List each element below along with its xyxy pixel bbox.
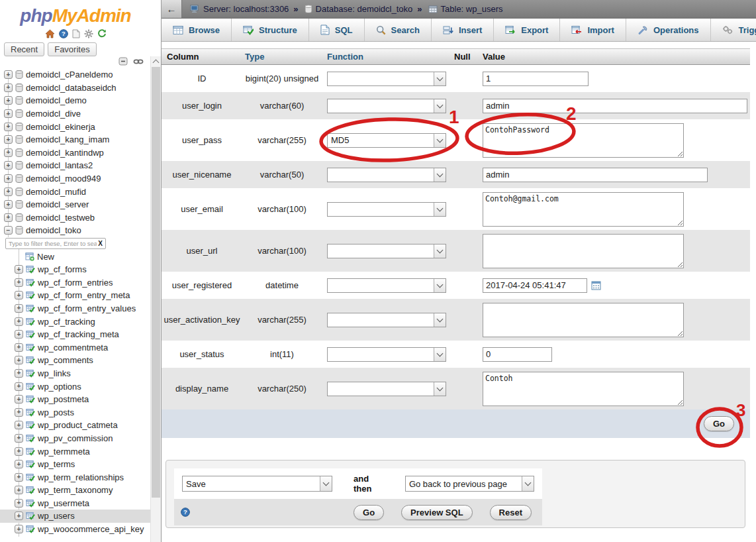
expand-icon[interactable]: + [15, 408, 23, 417]
sidebar-item-wp_pv_commission[interactable]: +wp_pv_commission [0, 432, 150, 445]
help-icon[interactable]: ? [181, 508, 190, 517]
back-button[interactable]: ← [162, 0, 182, 18]
sidebar-item-demoidcl_cPaneldemo[interactable]: +demoidcl_cPaneldemo [0, 68, 150, 81]
expand-icon[interactable]: + [4, 200, 13, 209]
sidebar-item-wp_comments[interactable]: +wp_comments [0, 354, 150, 367]
go-submit-button[interactable]: Go [354, 505, 384, 520]
go-button[interactable]: Go [704, 416, 734, 431]
value-textarea[interactable] [483, 123, 684, 158]
documentation-icon[interactable] [72, 29, 80, 38]
sidebar-item-demoidcl_kang_imam[interactable]: +demoidcl_kang_imam [0, 133, 150, 146]
collapse-all-icon[interactable] [118, 57, 128, 66]
sidebar-item-demoidcl_ekinerja[interactable]: +demoidcl_ekinerja [0, 120, 150, 133]
favorites-tab[interactable]: Favorites [48, 42, 96, 56]
scrollbar-thumb[interactable] [152, 67, 160, 498]
home-icon[interactable] [45, 29, 55, 38]
sidebar-item-demoidcl_databaseidch[interactable]: +demoidcl_databaseidch [0, 81, 150, 95]
value-input[interactable] [483, 72, 589, 86]
expand-icon[interactable]: + [15, 434, 23, 443]
sidebar-item-wp_postmeta[interactable]: +wp_postmeta [0, 393, 150, 406]
refresh-icon[interactable] [97, 29, 107, 38]
sidebar-item-demoidcl_dive[interactable]: +demoidcl_dive [0, 107, 150, 121]
expand-icon[interactable]: + [15, 382, 23, 391]
sidebar-item-demoidcl_mufid[interactable]: +demoidcl_mufid [0, 185, 150, 198]
tab-triggers[interactable]: Triggers [711, 19, 756, 41]
expand-icon[interactable]: + [4, 148, 13, 157]
expand-icon[interactable]: + [15, 460, 23, 468]
expand-icon[interactable]: + [15, 512, 23, 520]
expand-icon[interactable]: + [15, 304, 23, 313]
expand-icon[interactable]: + [4, 70, 13, 79]
recent-tab[interactable]: Recent [4, 42, 44, 56]
value-input[interactable] [483, 278, 587, 293]
clear-filter-button[interactable]: X [98, 240, 103, 247]
function-select[interactable] [327, 99, 446, 113]
header-function[interactable]: Function [322, 52, 454, 62]
expand-icon[interactable]: + [4, 188, 13, 196]
expand-icon[interactable]: + [15, 486, 23, 494]
value-input[interactable] [483, 168, 708, 182]
preview-sql-button[interactable]: Preview SQL [401, 505, 472, 520]
expand-icon[interactable]: + [15, 278, 23, 287]
sidebar-scrollbar[interactable] [150, 56, 161, 542]
expand-icon[interactable]: + [4, 161, 13, 170]
sidebar-item-new-table[interactable]: New [0, 250, 150, 263]
sidebar-item-wp_usermeta[interactable]: +wp_usermeta [0, 497, 150, 510]
tab-insert[interactable]: Insert [432, 19, 494, 41]
value-input[interactable] [483, 347, 552, 362]
expand-icon[interactable]: + [15, 473, 23, 482]
function-select[interactable]: MD5 [327, 133, 446, 148]
function-select[interactable] [327, 202, 446, 217]
tab-operations[interactable]: Operations [626, 19, 711, 41]
sidebar-item-wp_woocommerce_api_key[interactable]: +wp_woocommerce_api_key [0, 523, 150, 536]
sidebar-item-demoidcl_lantas2[interactable]: +demoidcl_lantas2 [0, 159, 150, 172]
header-type[interactable]: Type [242, 52, 322, 62]
expand-icon[interactable]: + [4, 135, 13, 144]
function-select[interactable] [327, 278, 446, 293]
sidebar-item-demoidcl_testweb[interactable]: +demoidcl_testweb [0, 211, 150, 225]
expand-icon[interactable]: + [15, 421, 23, 429]
function-select[interactable] [327, 347, 446, 362]
expand-icon[interactable]: + [15, 356, 23, 364]
expand-icon[interactable]: + [15, 499, 23, 508]
sidebar-item-wp_term_relationships[interactable]: +wp_term_relationships [0, 470, 150, 484]
tab-structure[interactable]: Structure [232, 19, 309, 41]
link-panel-icon[interactable] [133, 58, 144, 65]
function-select[interactable] [327, 168, 446, 182]
tab-sql[interactable]: SQL [309, 19, 365, 41]
expand-icon[interactable]: + [15, 317, 23, 326]
function-select[interactable] [327, 382, 446, 396]
expand-icon[interactable]: + [4, 213, 13, 222]
sidebar-item-demoidcl_toko[interactable]: −demoidcl_toko [0, 224, 150, 237]
sidebar-item-demoidcl_server[interactable]: +demoidcl_server [0, 198, 150, 211]
settings-icon[interactable] [84, 29, 93, 38]
sidebar-item-wp_term_taxonomy[interactable]: +wp_term_taxonomy [0, 484, 150, 497]
sidebar-item-wp_terms[interactable]: +wp_terms [0, 458, 150, 471]
sidebar-item-wp_posts[interactable]: +wp_posts [0, 406, 150, 419]
breadcrumb-server[interactable]: Server: localhost:3306 [203, 4, 289, 14]
sidebar-item-wp_users[interactable]: +wp_users [0, 510, 150, 523]
sidebar-item-wp_product_catmeta[interactable]: +wp_product_catmeta [0, 419, 150, 432]
expand-icon[interactable]: + [15, 265, 23, 274]
breadcrumb-database[interactable]: Database: demoidcl_toko [316, 4, 413, 14]
breadcrumb-table[interactable]: Table: wp_users [441, 4, 503, 14]
expand-icon[interactable]: + [15, 525, 23, 533]
sidebar-item-wp_termmeta[interactable]: +wp_termmeta [0, 445, 150, 458]
value-textarea[interactable] [483, 303, 684, 337]
sidebar-item-wp_cf_form_entries[interactable]: +wp_cf_form_entries [0, 276, 150, 290]
sidebar-item-wp_cf_form_entry_values[interactable]: +wp_cf_form_entry_values [0, 302, 150, 315]
expand-icon[interactable]: + [15, 369, 23, 378]
expand-icon[interactable]: + [15, 447, 23, 456]
sidebar-item-wp_commentmeta[interactable]: +wp_commentmeta [0, 341, 150, 354]
function-select[interactable] [327, 72, 446, 86]
sidebar-item-wp_cf_forms[interactable]: +wp_cf_forms [0, 263, 150, 276]
tab-browse[interactable]: Browse [162, 19, 232, 41]
expand-icon[interactable]: + [4, 174, 13, 183]
value-textarea[interactable] [483, 372, 684, 406]
tab-import[interactable]: Import [560, 19, 626, 41]
expand-icon[interactable]: + [15, 330, 23, 339]
function-select[interactable] [327, 313, 446, 327]
sidebar-item-demoidcl_demo[interactable]: +demoidcl_demo [0, 94, 150, 107]
sidebar-item-wp_cf_tracking[interactable]: +wp_cf_tracking [0, 315, 150, 328]
expand-icon[interactable]: + [4, 109, 13, 118]
